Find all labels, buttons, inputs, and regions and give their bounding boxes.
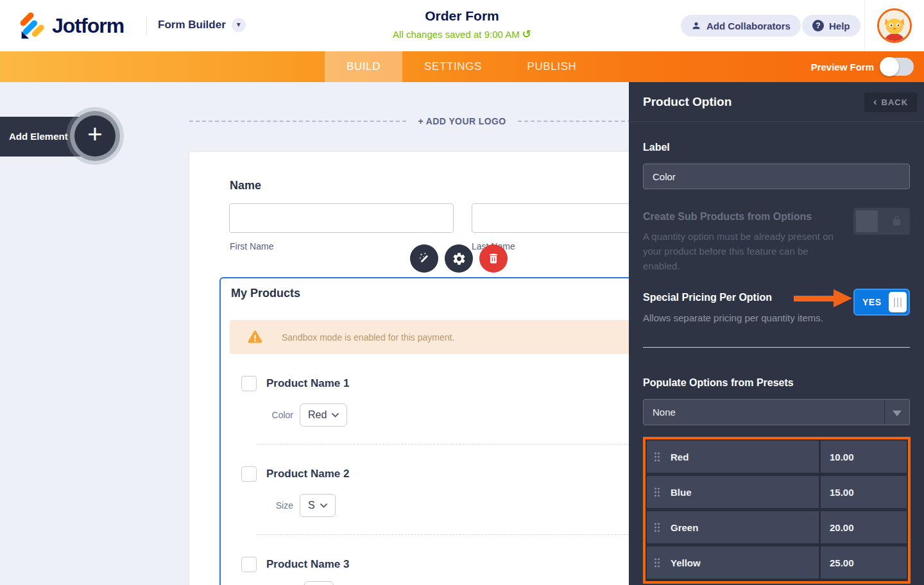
header-divider	[146, 17, 147, 35]
product-1-name: Product Name 1	[266, 377, 349, 390]
add-element-plus-button[interactable]: +	[74, 115, 116, 157]
product-row-1: Product Name 1	[241, 376, 349, 391]
option-price-row: Yellow 25.00	[647, 547, 907, 579]
option-label-input[interactable]	[643, 164, 910, 189]
product-3-checkbox[interactable]	[241, 557, 257, 572]
presets-selected-value: None	[653, 407, 676, 418]
form-builder-app: Jotform Form Builder ▾ Order Form All ch…	[0, 0, 924, 585]
sub-products-description: A quantity option must be already presen…	[643, 229, 847, 273]
help-button[interactable]: ? Help	[802, 15, 860, 37]
special-pricing-toggle[interactable]: YES	[853, 289, 910, 316]
option-price-row: Blue 15.00	[647, 476, 907, 508]
panel-header: Product Option ‹ BACK	[629, 82, 924, 122]
form-builder-menu[interactable]: Form Builder ▾	[158, 18, 246, 32]
label-heading: Label	[643, 142, 670, 153]
product-2-checkbox[interactable]	[241, 466, 257, 482]
product-3-option-select[interactable]	[304, 581, 334, 585]
panel-divider	[643, 347, 910, 348]
preview-form-label: Preview Form	[811, 62, 874, 72]
preview-form-control: Preview Form	[811, 51, 914, 82]
dropdown-arrow-icon	[893, 411, 902, 416]
chevron-down-icon	[332, 413, 339, 418]
option-prices-table: Red 10.00 Blue 15.00 Green	[643, 437, 911, 584]
header-divider-2	[864, 0, 865, 51]
product-separator	[257, 444, 629, 445]
add-collaborators-button[interactable]: Add Collaborators	[681, 15, 801, 37]
option-name-cell[interactable]: Blue	[647, 476, 819, 508]
tab-settings[interactable]: SETTINGS	[402, 51, 504, 82]
product-2-name: Product Name 2	[266, 468, 349, 480]
save-status: All changes saved at 9:00 AM↺	[334, 28, 590, 41]
form-title-block: Order Form All changes saved at 9:00 AM↺	[334, 8, 590, 41]
magic-wand-button[interactable]	[410, 244, 438, 273]
option-price-row: Red 10.00	[647, 441, 907, 473]
option-name-cell[interactable]: Green	[647, 511, 819, 543]
option-price-cell[interactable]: 15.00	[821, 476, 907, 508]
annotation-arrow	[794, 296, 835, 301]
sub-products-heading: Create Sub Products from Options	[643, 211, 812, 223]
form-canvas: Add Element + + ADD YOUR LOGO Name First…	[0, 82, 629, 585]
product-2-option-label: Size	[269, 500, 293, 511]
presets-heading: Populate Options from Presets	[643, 377, 794, 389]
first-name-sublabel: First Name	[230, 241, 273, 251]
panel-title: Product Option	[643, 95, 732, 109]
dashed-line	[189, 121, 406, 122]
last-name-input[interactable]	[472, 203, 629, 233]
trash-icon	[487, 252, 500, 265]
jotform-logo-icon	[17, 11, 47, 40]
drag-handle-icon[interactable]	[654, 557, 660, 568]
top-header: Jotform Form Builder ▾ Order Form All ch…	[0, 0, 924, 51]
chevron-left-icon: ‹	[873, 96, 878, 107]
presets-dropdown[interactable]: None	[643, 399, 910, 425]
drag-handle-icon[interactable]	[654, 452, 660, 462]
option-name-cell[interactable]: Yellow	[647, 547, 819, 579]
products-section-title: My Products	[231, 287, 300, 300]
form-builder-label: Form Builder	[158, 19, 226, 31]
grip-lines-icon	[894, 298, 902, 307]
avatar[interactable]	[877, 8, 912, 43]
preview-form-toggle[interactable]	[880, 58, 914, 76]
question-icon: ?	[812, 20, 824, 31]
products-section[interactable]: My Products Sandbox mode is enabled for …	[219, 277, 629, 585]
sandbox-warning-text: Sandbox mode is enabled for this payment…	[282, 332, 454, 343]
drag-handle-icon[interactable]	[654, 487, 660, 497]
settings-gear-button[interactable]	[445, 244, 473, 273]
toggle-knob	[880, 57, 899, 76]
option-price-cell[interactable]: 25.00	[821, 547, 907, 579]
warning-icon	[246, 328, 264, 346]
product-1-checkbox[interactable]	[241, 376, 257, 391]
undo-icon[interactable]: ↺	[522, 28, 531, 40]
plus-icon: +	[87, 120, 102, 148]
product-1-option-row: Color Red	[269, 403, 347, 427]
lock-icon	[891, 216, 902, 226]
sandbox-warning-banner: Sandbox mode is enabled for this payment…	[230, 320, 629, 354]
main-nav-bar: BUILD SETTINGS PUBLISH Preview Form	[0, 51, 924, 82]
toggle-yes-label: YES	[862, 297, 882, 307]
special-pricing-heading: Special Pricing Per Option	[643, 292, 772, 303]
option-name-cell[interactable]: Red	[647, 441, 819, 473]
annotation-arrow-head	[834, 289, 852, 307]
dashed-line	[518, 121, 629, 122]
cat-avatar-icon	[879, 10, 910, 41]
chevron-down-icon	[320, 504, 327, 508]
drag-handle-icon[interactable]	[654, 522, 660, 532]
product-2-option-row: Size S	[269, 494, 336, 517]
product-2-option-select[interactable]: S	[300, 494, 336, 517]
toggle-knob	[889, 292, 907, 312]
add-logo-label: + ADD YOUR LOGO	[418, 116, 506, 126]
toggle-knob	[856, 210, 878, 232]
chevron-down-icon: ▾	[232, 18, 246, 32]
tab-publish[interactable]: PUBLISH	[504, 51, 600, 82]
sub-products-toggle-disabled[interactable]	[853, 208, 910, 235]
add-logo-area[interactable]: + ADD YOUR LOGO	[189, 114, 629, 129]
first-name-input[interactable]	[229, 203, 454, 233]
tab-build[interactable]: BUILD	[325, 51, 402, 82]
page-title: Order Form	[334, 8, 590, 24]
delete-button[interactable]	[479, 244, 508, 273]
option-price-row: Green 20.00	[647, 511, 907, 543]
brand[interactable]: Jotform	[17, 11, 124, 40]
product-1-option-select[interactable]: Red	[300, 403, 347, 427]
option-price-cell[interactable]: 10.00	[821, 441, 907, 473]
option-price-cell[interactable]: 20.00	[821, 511, 907, 543]
back-button[interactable]: ‹ BACK	[864, 92, 917, 112]
